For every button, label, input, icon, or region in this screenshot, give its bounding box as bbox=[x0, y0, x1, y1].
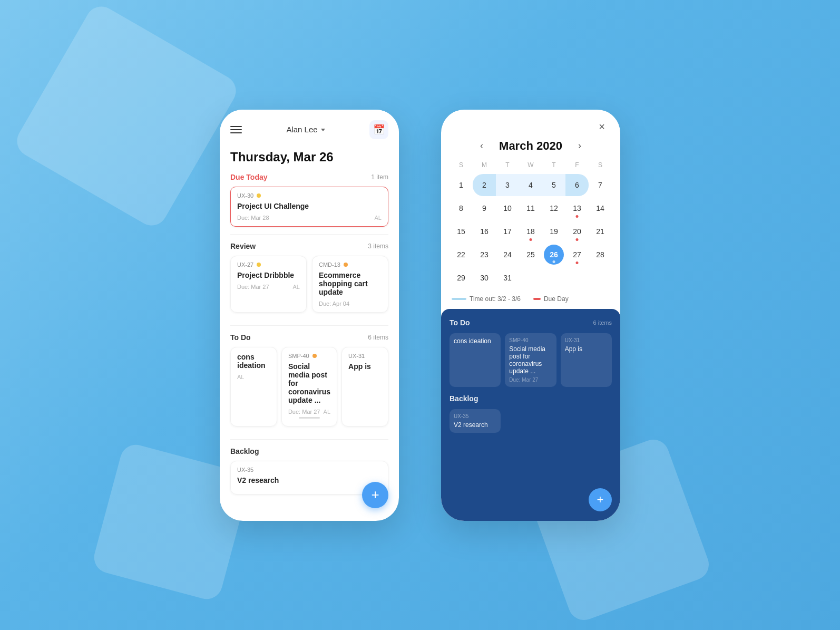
cal-day-5[interactable]: 5 bbox=[542, 174, 565, 196]
cal-task-3[interactable]: UX-31 App is bbox=[561, 333, 612, 387]
priority-dot bbox=[312, 354, 317, 358]
prev-month-button[interactable]: ‹ bbox=[480, 140, 483, 151]
task-card-review-2[interactable]: CMD-13 Ecommerce shopping cart update Du… bbox=[312, 256, 388, 313]
cal-todo-label: To Do bbox=[450, 318, 470, 327]
cal-day-10[interactable]: 10 bbox=[496, 197, 519, 219]
task-footer: Due: Mar 28 AL bbox=[237, 215, 382, 221]
cal-day-3[interactable]: 3 bbox=[496, 174, 519, 196]
cal-task-1[interactable]: cons ideation bbox=[450, 333, 501, 387]
cal-day-18[interactable]: 18 bbox=[519, 220, 542, 243]
weekday-fri: F bbox=[565, 159, 589, 171]
cal-task-name: App is bbox=[565, 345, 608, 353]
cal-day-20[interactable]: 20 bbox=[565, 220, 589, 243]
weekday-sat: S bbox=[589, 159, 612, 171]
month-title: March 2020 bbox=[499, 139, 562, 153]
hamburger-line-3 bbox=[230, 132, 242, 133]
cal-day-28[interactable]: 28 bbox=[589, 244, 612, 266]
cal-day-26[interactable]: 26 bbox=[544, 245, 564, 265]
cal-day-21[interactable]: 21 bbox=[589, 220, 612, 243]
task-name: App is bbox=[348, 362, 382, 371]
cal-day-19[interactable]: 19 bbox=[542, 220, 565, 243]
task-card-todo-3[interactable]: UX-31 App is bbox=[341, 347, 388, 427]
todo-header: To Do 6 items bbox=[230, 333, 388, 342]
bg-decoration-1 bbox=[11, 1, 241, 231]
cal-day-17[interactable]: 17 bbox=[496, 220, 519, 243]
priority-dot bbox=[257, 263, 261, 267]
task-card-due[interactable]: UX-30 Project UI Challenge Due: Mar 28 A… bbox=[230, 187, 388, 227]
weekday-thu: T bbox=[542, 159, 565, 171]
dueday-label: Due Day bbox=[544, 295, 569, 303]
cal-task-2[interactable]: SMP-40 Social media post for coronavirus… bbox=[505, 333, 556, 387]
cal-day-16[interactable]: 16 bbox=[473, 220, 496, 243]
task-name: Project UI Challenge bbox=[237, 202, 382, 210]
task-due-date: Due: Mar 27 bbox=[237, 284, 269, 290]
cal-day-14[interactable]: 14 bbox=[589, 197, 612, 219]
cal-day-25[interactable]: 25 bbox=[519, 244, 542, 266]
task-card-review-1[interactable]: UX-27 Project Dribbble Due: Mar 27 AL bbox=[230, 256, 307, 313]
menu-button[interactable] bbox=[230, 126, 242, 133]
cal-day-7[interactable]: 7 bbox=[589, 174, 612, 196]
cal-day-4[interactable]: 4 bbox=[519, 174, 542, 196]
cal-day-6[interactable]: 6 bbox=[565, 174, 589, 196]
cal-day-24[interactable]: 24 bbox=[496, 244, 519, 266]
review-header: Review 3 items bbox=[230, 242, 388, 250]
task-assignee: AL bbox=[293, 284, 300, 290]
task-tag-row: UX-27 bbox=[237, 261, 300, 268]
plus-icon: + bbox=[597, 493, 604, 507]
task-footer: AL bbox=[237, 374, 270, 380]
cal-day-2[interactable]: 2 bbox=[473, 174, 496, 196]
due-today-header: Due Today 1 item bbox=[230, 173, 388, 181]
calendar-button[interactable]: 📅 bbox=[369, 120, 388, 139]
close-button[interactable]: × bbox=[594, 119, 610, 135]
cal-day-1[interactable]: 1 bbox=[450, 174, 473, 196]
backlog-label: Backlog bbox=[230, 447, 259, 455]
review-tasks: UX-27 Project Dribbble Due: Mar 27 AL CM… bbox=[230, 256, 388, 318]
calendar-days: 1 2 3 4 5 6 7 8 9 10 11 12 13 14 15 bbox=[450, 174, 612, 289]
user-name: Alan Lee bbox=[286, 125, 317, 134]
month-navigation: ‹ March 2020 › bbox=[441, 139, 620, 159]
cal-day-13[interactable]: 13 bbox=[565, 197, 589, 219]
cal-day-27[interactable]: 27 bbox=[565, 244, 589, 266]
cal-day-11[interactable]: 11 bbox=[519, 197, 542, 219]
cal-day-empty-3 bbox=[565, 267, 589, 289]
due-today-label: Due Today bbox=[230, 173, 268, 181]
cal-add-fab[interactable]: + bbox=[589, 488, 612, 511]
plus-icon: + bbox=[371, 487, 379, 503]
date-heading: Thursday, Mar 26 bbox=[220, 144, 399, 173]
add-task-fab[interactable]: + bbox=[362, 482, 388, 508]
task-card-todo-1[interactable]: cons ideation AL bbox=[230, 347, 277, 427]
cal-task-tag: SMP-40 bbox=[509, 337, 552, 343]
task-name: cons ideation bbox=[237, 353, 270, 370]
cal-day-12[interactable]: 12 bbox=[542, 197, 565, 219]
task-tag-row: SMP-40 bbox=[288, 353, 330, 359]
divider-3 bbox=[230, 439, 388, 440]
task-card-todo-2[interactable]: SMP-40 Social media post for coronavirus… bbox=[281, 347, 337, 427]
app-body: Due Today 1 item UX-30 Project UI Challe… bbox=[220, 173, 399, 521]
cal-day-31[interactable]: 31 bbox=[496, 267, 519, 289]
task-due-date: Due: Mar 28 bbox=[237, 215, 269, 221]
cal-backlog-task-1[interactable]: UX-35 V2 research bbox=[450, 409, 501, 433]
task-name: V2 research bbox=[237, 476, 382, 484]
task-tag: SMP-40 bbox=[288, 353, 309, 359]
cal-todo-count: 6 items bbox=[593, 319, 612, 326]
cal-day-22[interactable]: 22 bbox=[450, 244, 473, 266]
cal-day-9[interactable]: 9 bbox=[473, 197, 496, 219]
review-label: Review bbox=[230, 242, 256, 250]
cal-day-15[interactable]: 15 bbox=[450, 220, 473, 243]
hamburger-line-1 bbox=[230, 126, 242, 127]
cal-backlog-header: Backlog bbox=[450, 394, 612, 403]
cal-day-30[interactable]: 30 bbox=[473, 267, 496, 289]
next-month-button[interactable]: › bbox=[578, 140, 581, 151]
chevron-down-icon bbox=[321, 129, 325, 131]
phone-task-list: Alan Lee 📅 Thursday, Mar 26 Due Today 1 … bbox=[220, 110, 399, 521]
cal-day-23[interactable]: 23 bbox=[473, 244, 496, 266]
calendar-grid: S M T W T F S 1 2 3 4 5 6 7 bbox=[441, 159, 620, 289]
task-assignee: AL bbox=[237, 374, 244, 380]
user-selector[interactable]: Alan Lee bbox=[286, 125, 325, 134]
cal-task-tag: UX-31 bbox=[565, 337, 608, 343]
cal-day-8[interactable]: 8 bbox=[450, 197, 473, 219]
weekday-sun: S bbox=[450, 159, 473, 171]
review-count: 3 items bbox=[368, 243, 388, 250]
weekdays-row: S M T W T F S bbox=[450, 159, 612, 171]
cal-day-29[interactable]: 29 bbox=[450, 267, 473, 289]
